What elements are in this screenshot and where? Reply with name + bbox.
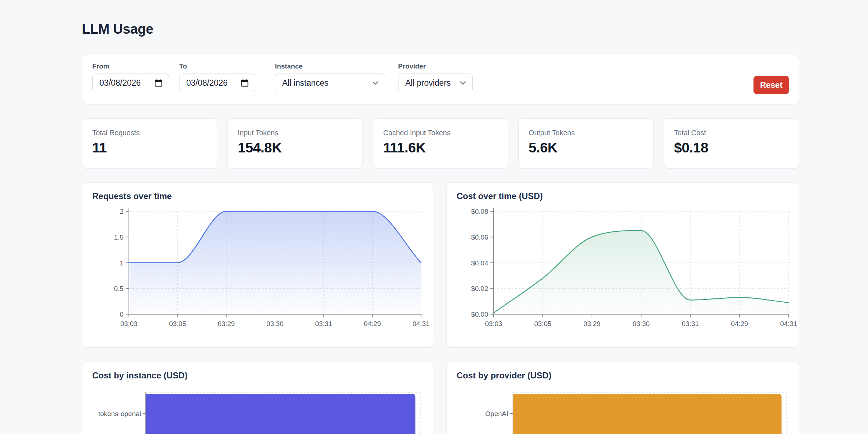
svg-text:1.5: 1.5: [114, 233, 123, 241]
svg-text:03:29: 03:29: [218, 320, 235, 327]
cost-by-provider-card: Cost by provider (USD) OpenAI: [446, 362, 799, 434]
to-date-input[interactable]: 03/08/2026: [179, 74, 255, 92]
stat-label: Cached Input Tokens: [383, 129, 508, 137]
svg-text:0: 0: [120, 311, 123, 318]
svg-text:$0.02: $0.02: [471, 285, 488, 292]
svg-text:04:31: 04:31: [412, 320, 430, 327]
chart-title-cost-over-time: Cost over time (USD): [457, 191, 543, 201]
svg-text:03:31: 03:31: [682, 320, 699, 327]
stats-row: Total Requests 11 Input Tokens 154.8K Ca…: [82, 118, 799, 169]
filter-instance: Instance All instances: [275, 62, 385, 92]
instance-label: Instance: [275, 62, 385, 70]
stat-label: Output Tokens: [529, 129, 653, 137]
stat-card-output-tokens: Output Tokens 5.6K: [518, 118, 654, 169]
from-date-value: 03/08/2026: [99, 78, 141, 88]
chevron-down-icon: [459, 79, 467, 87]
svg-text:03:03: 03:03: [485, 320, 502, 327]
provider-select[interactable]: All providers: [398, 74, 473, 92]
svg-text:03:29: 03:29: [583, 320, 601, 327]
svg-text:03:31: 03:31: [315, 320, 332, 327]
svg-text:03:30: 03:30: [266, 320, 284, 327]
svg-text:04:29: 04:29: [731, 320, 748, 327]
chevron-down-icon: [372, 79, 379, 87]
requests-over-time-card: Requests over time 00.511.5203:0303:0503…: [82, 182, 433, 348]
svg-text:tokens-openai: tokens-openai: [98, 410, 141, 418]
svg-text:1: 1: [120, 259, 123, 267]
chart-title-cost-by-instance: Cost by instance (USD): [92, 371, 187, 381]
from-date-input[interactable]: 03/08/2026: [92, 74, 169, 92]
stat-label: Total Requests: [92, 129, 217, 137]
instance-select[interactable]: All instances: [275, 74, 385, 92]
provider-label: Provider: [398, 62, 473, 70]
chart-title-cost-by-provider: Cost by provider (USD): [457, 371, 551, 381]
svg-text:$0.00: $0.00: [471, 311, 488, 318]
cost-by-instance-card: Cost by instance (USD) tokens-openai: [82, 362, 433, 434]
svg-text:$0.08: $0.08: [471, 208, 488, 215]
stat-card-total-cost: Total Cost $0.18: [664, 118, 799, 169]
stat-label: Total Cost: [674, 129, 799, 137]
svg-text:04:31: 04:31: [780, 320, 797, 327]
stat-card-total-requests: Total Requests 11: [82, 118, 217, 169]
page-title: LLM Usage: [82, 22, 153, 37]
stat-card-cached-input-tokens: Cached Input Tokens 111.6K: [373, 118, 508, 169]
filter-bar: From 03/08/2026 To 03/08/2026 Instance: [82, 55, 799, 104]
stat-value: 11: [92, 140, 217, 156]
stat-value: 111.6K: [383, 140, 508, 156]
svg-text:03:05: 03:05: [169, 320, 186, 327]
stat-value: $0.18: [674, 140, 799, 156]
requests-over-time-chart: 00.511.5203:0303:0503:2903:3003:3104:290…: [82, 183, 433, 347]
instance-select-value: All instances: [282, 78, 328, 88]
svg-text:2: 2: [120, 208, 123, 215]
filter-to: To 03/08/2026: [179, 62, 255, 92]
reset-button[interactable]: Reset: [753, 76, 789, 94]
svg-text:$0.06: $0.06: [471, 233, 488, 241]
cost-over-time-chart: $0.00$0.02$0.04$0.06$0.0803:0303:0503:29…: [447, 183, 799, 347]
chart-title-requests-over-time: Requests over time: [92, 191, 172, 201]
stat-value: 5.6K: [529, 140, 653, 156]
provider-select-value: All providers: [405, 78, 451, 88]
calendar-icon: [240, 79, 249, 88]
calendar-icon: [154, 79, 163, 88]
svg-text:03:05: 03:05: [534, 320, 551, 327]
to-date-value: 03/08/2026: [186, 78, 228, 88]
filter-from: From 03/08/2026: [92, 62, 169, 92]
svg-text:03:30: 03:30: [633, 320, 650, 327]
svg-text:$0.04: $0.04: [471, 259, 488, 267]
stat-label: Input Tokens: [238, 129, 362, 137]
svg-text:0.5: 0.5: [114, 285, 123, 292]
svg-text:OpenAI: OpenAI: [485, 410, 508, 418]
svg-text:03:03: 03:03: [120, 320, 137, 327]
from-label: From: [92, 62, 169, 70]
stat-value: 154.8K: [238, 140, 362, 156]
filter-provider: Provider All providers: [398, 62, 473, 92]
to-label: To: [179, 62, 255, 70]
svg-text:04:29: 04:29: [364, 320, 381, 327]
stat-card-input-tokens: Input Tokens 154.8K: [227, 118, 363, 169]
cost-over-time-card: Cost over time (USD) $0.00$0.02$0.04$0.0…: [446, 182, 799, 348]
